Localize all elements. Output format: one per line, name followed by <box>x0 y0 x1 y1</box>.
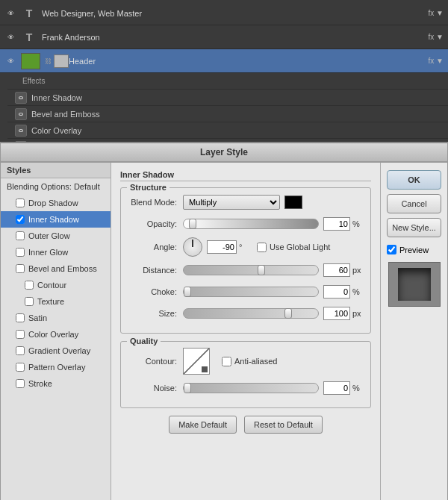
effect-eye-icon[interactable] <box>15 125 27 137</box>
shadow-color-swatch[interactable] <box>284 196 302 209</box>
layer-style-dialog: Styles Blending Options: Default Drop Sh… <box>0 162 448 500</box>
visibility-eye[interactable]: 👁 <box>4 31 16 43</box>
layer-type-icon: T <box>21 29 37 46</box>
contour-checkbox[interactable] <box>25 281 34 290</box>
layer-row-frank[interactable]: 👁 T Frank Anderson fx ▼ <box>0 25 448 49</box>
sidebar-item-inner-glow[interactable]: Inner Glow <box>1 244 111 260</box>
size-input[interactable] <box>323 307 350 320</box>
ok-button[interactable]: OK <box>387 170 441 190</box>
opacity-unit: % <box>352 219 363 228</box>
use-global-light-checkbox[interactable] <box>257 243 267 252</box>
opacity-slider[interactable] <box>183 219 319 229</box>
distance-slider[interactable] <box>183 265 319 275</box>
fx-button[interactable]: fx ▼ <box>429 57 444 65</box>
distance-slider-container: px <box>183 263 363 277</box>
make-default-button[interactable]: Make Default <box>169 416 237 434</box>
noise-row: Noise: % <box>128 380 363 396</box>
contour-label: Contour <box>37 281 66 290</box>
opacity-row: Opacity: % <box>128 216 363 232</box>
noise-thumb[interactable] <box>184 383 191 393</box>
sidebar-item-inner-shadow[interactable]: Inner Shadow <box>1 211 111 228</box>
outer-glow-checkbox[interactable] <box>16 231 25 240</box>
pattern-overlay-checkbox[interactable] <box>16 363 25 372</box>
choke-thumb[interactable] <box>184 287 191 297</box>
sidebar-item-blending-options[interactable]: Blending Options: Default <box>1 178 111 195</box>
fx-button[interactable]: fx ▼ <box>429 9 444 17</box>
contour-label-text: Contour: <box>128 357 177 366</box>
inner-shadow-checkbox[interactable] <box>16 215 25 224</box>
sidebar-item-stroke[interactable]: Stroke <box>1 375 111 392</box>
effect-eye-icon[interactable] <box>15 108 27 120</box>
drop-shadow-label: Drop Shadow <box>28 199 78 207</box>
noise-label: Noise: <box>128 384 177 393</box>
visibility-eye[interactable]: 👁 <box>4 55 16 67</box>
visibility-eye[interactable]: 👁 <box>4 7 16 19</box>
drop-shadow-checkbox[interactable] <box>16 199 25 207</box>
anti-aliased-checkbox[interactable] <box>222 357 231 366</box>
stroke-checkbox[interactable] <box>16 379 25 388</box>
preview-label: Preview <box>399 246 429 254</box>
layer-row-header[interactable]: 👁 ⛓ Header fx ▼ <box>0 49 448 73</box>
texture-checkbox[interactable] <box>25 297 34 306</box>
global-light-container: Use Global Light <box>257 243 330 252</box>
effects-heading: Effects <box>15 77 45 85</box>
effect-bevel-emboss[interactable]: Bevel and Emboss <box>7 106 448 122</box>
layer-row-web-designer[interactable]: 👁 T Web Designer, Web Master fx ▼ <box>0 1 448 25</box>
effect-inner-shadow[interactable]: Inner Shadow <box>7 90 448 106</box>
sidebar-item-color-overlay[interactable]: Color Overlay <box>1 326 111 343</box>
sidebar-item-drop-shadow[interactable]: Drop Shadow <box>1 195 111 211</box>
structure-group: Structure Blend Mode: Multiply Normal Sc… <box>120 187 371 334</box>
inner-shadow-label: Inner Shadow <box>28 215 79 224</box>
noise-slider-container: % <box>183 381 363 395</box>
choke-slider[interactable] <box>183 287 319 297</box>
layer-thumbnail-green <box>21 53 40 69</box>
section-title: Inner Shadow <box>120 170 371 181</box>
sidebar-item-gradient-overlay[interactable]: Gradient Overlay <box>1 343 111 359</box>
inner-glow-label: Inner Glow <box>28 248 68 257</box>
sidebar-item-texture[interactable]: Texture <box>1 293 111 310</box>
angle-input[interactable] <box>207 240 237 254</box>
effect-eye-icon[interactable] <box>15 92 27 104</box>
preview-box <box>388 262 441 307</box>
texture-label: Texture <box>37 297 64 306</box>
sidebar-item-pattern-overlay[interactable]: Pattern Overlay <box>1 359 111 375</box>
satin-checkbox[interactable] <box>16 313 25 322</box>
distance-thumb[interactable] <box>258 265 265 275</box>
size-thumb[interactable] <box>284 308 292 319</box>
opacity-slider-container: % <box>183 217 363 231</box>
effect-name: Color Overlay <box>31 126 81 135</box>
choke-input[interactable] <box>323 285 350 299</box>
sidebar-item-contour[interactable]: Contour <box>1 277 111 293</box>
anti-alias-row: Anti-aliased <box>222 357 277 366</box>
noise-slider[interactable] <box>183 383 319 393</box>
inner-glow-checkbox[interactable] <box>16 248 25 257</box>
angle-dial[interactable] <box>183 237 202 257</box>
contour-thumbnail[interactable] <box>183 348 210 375</box>
sidebar-item-bevel-emboss[interactable]: Bevel and Emboss <box>1 260 111 277</box>
preview-checkbox[interactable] <box>387 245 396 254</box>
blend-mode-select[interactable]: Multiply Normal Screen Overlay <box>183 195 280 210</box>
noise-input[interactable] <box>323 381 350 395</box>
gradient-overlay-checkbox[interactable] <box>16 346 25 355</box>
contour-row: Contour: Anti-aliased <box>128 348 363 375</box>
reset-to-default-button[interactable]: Reset to Default <box>244 416 323 434</box>
distance-input[interactable] <box>323 263 350 277</box>
layer-mask-thumbnail <box>54 54 69 68</box>
effect-label: Effects <box>7 73 448 90</box>
size-slider[interactable] <box>183 308 319 319</box>
sidebar-item-outer-glow[interactable]: Outer Glow <box>1 228 111 244</box>
opacity-label: Opacity: <box>128 219 177 228</box>
cancel-button[interactable]: Cancel <box>387 194 441 213</box>
color-overlay-checkbox[interactable] <box>16 330 25 339</box>
effect-color-overlay[interactable]: Color Overlay <box>7 122 448 139</box>
sidebar-item-satin[interactable]: Satin <box>1 310 111 326</box>
angle-unit: ° <box>239 243 249 251</box>
choke-slider-container: % <box>183 285 363 299</box>
new-style-button[interactable]: New Style... <box>387 218 441 237</box>
fx-button[interactable]: fx ▼ <box>429 33 444 41</box>
bevel-emboss-checkbox[interactable] <box>16 264 25 273</box>
opacity-input[interactable] <box>323 217 350 231</box>
blend-mode-row: Blend Mode: Multiply Normal Screen Overl… <box>128 194 363 210</box>
opacity-thumb[interactable] <box>189 219 196 229</box>
size-row: Size: px <box>128 305 363 322</box>
